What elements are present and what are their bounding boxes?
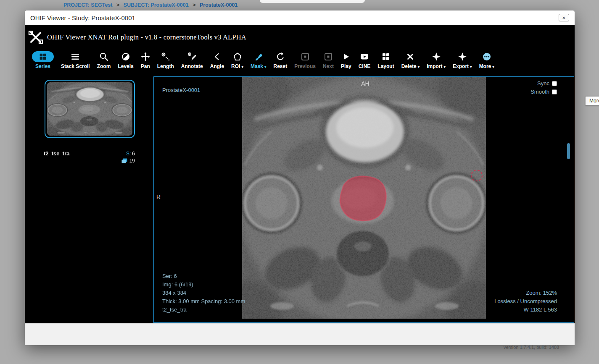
levels-icon bbox=[121, 51, 130, 62]
toolbar-label: Levels bbox=[118, 63, 133, 69]
overlay-thickness: Thick: 3.00 mm Spacing: 3.00 mm bbox=[162, 297, 245, 306]
caret-down-icon: ▾ bbox=[444, 65, 446, 69]
overlay-window-level: W 1182 L 563 bbox=[494, 306, 557, 314]
toolbar-label: Angle bbox=[210, 63, 224, 69]
more-tooltip: More bbox=[585, 96, 599, 105]
toolbar-label: Annotate bbox=[181, 63, 203, 69]
caret-down-icon: ▾ bbox=[264, 65, 267, 69]
sync-control: Sync bbox=[537, 79, 557, 88]
caret-down-icon: ▾ bbox=[470, 65, 472, 69]
bottom-left-overlay: Ser: 6 Img: 6 (6/19) 384 x 384 Thick: 3.… bbox=[162, 272, 245, 314]
patient-id-overlay: ProstateX-0001 bbox=[162, 86, 200, 94]
toolbar-label: Next bbox=[323, 63, 334, 69]
roi-mask-overlay[interactable] bbox=[340, 176, 386, 221]
series-number-value: 6 bbox=[132, 151, 135, 157]
toolbar-button-stack-scroll[interactable]: Stack Scroll bbox=[61, 50, 90, 69]
stack-scroll-icon bbox=[71, 51, 80, 62]
breadcrumb-current[interactable]: ProstateX-0001 bbox=[200, 2, 237, 8]
toolbar-button-roi[interactable]: ROI▾ bbox=[231, 50, 243, 69]
toolbar-label: Reset bbox=[274, 63, 288, 69]
toolbar-button-previous[interactable]: Previous bbox=[294, 50, 316, 69]
toolbar-button-annotate[interactable]: Annotate bbox=[181, 50, 203, 69]
series-name: t2_tse_tra bbox=[44, 150, 69, 157]
background-window-edge bbox=[260, 0, 365, 3]
viewer-header: OHIF Viewer XNAT RoI plugin - v1.8 - cor… bbox=[25, 25, 575, 50]
sync-checkbox[interactable] bbox=[552, 81, 557, 86]
series-number: S:6 bbox=[126, 151, 135, 157]
previous-icon bbox=[301, 51, 310, 62]
series-icon bbox=[32, 51, 54, 62]
toolbar-button-export[interactable]: Export▾ bbox=[453, 50, 472, 69]
roi-icon bbox=[233, 51, 242, 62]
app-title: OHIF Viewer XNAT RoI plugin - v1.8 - cor… bbox=[47, 33, 246, 42]
toolbar: Series Stack Scroll Zoom Levels Pan Leng… bbox=[25, 50, 575, 76]
toolbar-button-layout[interactable]: Layout bbox=[377, 50, 394, 69]
layers-icon bbox=[121, 158, 127, 164]
toolbar-button-angle[interactable]: Angle bbox=[210, 50, 224, 69]
toolbar-button-cine[interactable]: CINE bbox=[359, 50, 371, 69]
toolbar-label: ROI bbox=[231, 63, 240, 69]
overlay-image-index: Img: 6 (6/19) bbox=[162, 280, 245, 289]
toolbar-button-zoom[interactable]: Zoom bbox=[97, 50, 111, 69]
toolbar-label: More bbox=[479, 63, 491, 69]
series-thumbnail[interactable] bbox=[45, 80, 135, 138]
more-icon bbox=[482, 51, 491, 62]
sync-label: Sync bbox=[537, 79, 549, 88]
breadcrumb-separator: > bbox=[116, 2, 119, 8]
toolbar-label: Layout bbox=[377, 63, 394, 69]
annotate-icon bbox=[187, 51, 197, 62]
toolbar-button-delete[interactable]: Delete▾ bbox=[401, 50, 420, 69]
toolbar-label: Length bbox=[157, 63, 174, 69]
angle-icon bbox=[212, 51, 222, 62]
series-instance-count: 19 bbox=[44, 158, 135, 164]
series-meta: t2_tse_tra S:6 bbox=[44, 150, 135, 157]
version-text: version 1.7.4.1, build: 1408 bbox=[504, 345, 559, 350]
toolbar-button-levels[interactable]: Levels bbox=[118, 50, 133, 69]
overlay-series-name: t2_tse_tra bbox=[162, 306, 245, 314]
overlay-zoom: Zoom: 152% bbox=[494, 289, 557, 297]
toolbar-button-import[interactable]: Import▾ bbox=[427, 50, 446, 69]
toolbar-label: Stack Scroll bbox=[61, 63, 90, 69]
overlay-dimensions: 384 x 384 bbox=[162, 289, 245, 297]
overlay-compression: Lossless / Uncompressed bbox=[494, 297, 557, 306]
breadcrumb-separator: > bbox=[193, 2, 195, 8]
toolbar-label: Previous bbox=[294, 63, 316, 69]
toolbar-label: Series bbox=[35, 63, 50, 69]
delete-icon bbox=[406, 51, 415, 62]
toolbar-button-mask[interactable]: Mask▾ bbox=[251, 50, 267, 69]
breadcrumb: PROJECT: SEGTest > SUBJECT: ProstateX-00… bbox=[63, 2, 237, 8]
bottom-right-overlay: Zoom: 152% Lossless / Uncompressed W 118… bbox=[494, 289, 557, 314]
smooth-control: Smooth bbox=[530, 88, 557, 96]
toolbar-label: Delete bbox=[401, 63, 417, 69]
toolbar-label: Pan bbox=[141, 63, 150, 69]
toolbar-button-length[interactable]: Length bbox=[157, 50, 174, 69]
overlay-series: Ser: 6 bbox=[162, 272, 245, 280]
main-viewport[interactable]: ProstateX-0001 AH R Sync Smooth Ser: 6 I… bbox=[153, 76, 574, 323]
mri-image[interactable] bbox=[242, 77, 486, 319]
close-button[interactable]: ✕ bbox=[559, 14, 569, 21]
zoom-icon bbox=[99, 51, 108, 62]
toolbar-button-series[interactable]: Series bbox=[32, 50, 54, 69]
caret-down-icon: ▾ bbox=[418, 65, 420, 69]
toolbar-button-reset[interactable]: Reset bbox=[274, 50, 288, 69]
toolbar-button-more[interactable]: More▾ bbox=[479, 50, 494, 69]
breadcrumb-subject-link[interactable]: SUBJECT: ProstateX-0001 bbox=[124, 2, 189, 8]
toolbar-label: Mask bbox=[251, 63, 263, 69]
viewport-scrollbar[interactable] bbox=[567, 143, 570, 159]
toolbar-label: Zoom bbox=[97, 63, 111, 69]
series-number-label: S: bbox=[126, 151, 131, 157]
toolbar-button-next[interactable]: Next bbox=[323, 50, 334, 69]
smooth-checkbox[interactable] bbox=[552, 89, 557, 94]
smooth-label: Smooth bbox=[530, 88, 549, 96]
caret-down-icon: ▾ bbox=[492, 65, 494, 69]
toolbar-button-play[interactable]: Play bbox=[341, 50, 351, 69]
modal-titlebar: OHIF Viewer - Study: ProstateX-0001 bbox=[25, 10, 575, 25]
orientation-marker-top: AH bbox=[361, 79, 369, 88]
ohif-viewer-modal: OHIF Viewer - Study: ProstateX-0001 ✕ OH… bbox=[25, 10, 575, 345]
toolbar-button-pan[interactable]: Pan bbox=[141, 50, 150, 69]
breadcrumb-project-link[interactable]: PROJECT: SEGTest bbox=[63, 2, 112, 8]
caret-down-icon: ▾ bbox=[241, 65, 243, 69]
play-icon bbox=[341, 51, 351, 62]
mask-icon bbox=[254, 51, 263, 62]
orientation-marker-left: R bbox=[156, 193, 161, 201]
